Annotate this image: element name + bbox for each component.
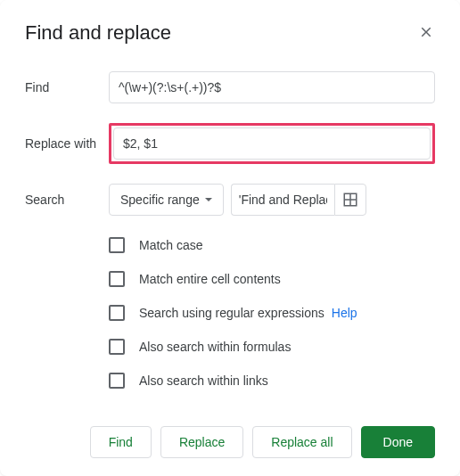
replace-all-button[interactable]: Replace all [252, 426, 351, 458]
replace-highlight [109, 123, 435, 164]
formulas-checkbox[interactable] [109, 339, 125, 355]
match-entire-label: Match entire cell contents [139, 272, 281, 286]
match-case-row: Match case [109, 237, 435, 253]
regex-label: Search using regular expressions [139, 306, 324, 320]
links-checkbox[interactable] [109, 373, 125, 389]
match-case-checkbox[interactable] [109, 237, 125, 253]
replace-input[interactable] [113, 127, 431, 160]
button-row: Find Replace Replace all Done [25, 415, 435, 458]
dropdown-value: Specific range [120, 193, 200, 207]
grid-icon [342, 192, 358, 208]
find-label: Find [25, 80, 109, 94]
find-row: Find [25, 71, 435, 103]
formulas-label: Also search within formulas [139, 340, 291, 354]
options-group: Match case Match entire cell contents Se… [109, 237, 435, 406]
dialog-title: Find and replace [25, 21, 435, 45]
close-icon [418, 24, 434, 40]
help-link[interactable]: Help [332, 306, 357, 320]
find-replace-dialog: Find and replace Find Replace with Searc… [0, 0, 460, 476]
search-row: Search Specific range [25, 184, 435, 216]
close-button[interactable] [412, 18, 440, 46]
chevron-down-icon [205, 198, 212, 201]
replace-label: Replace with [25, 136, 109, 151]
select-range-button[interactable] [334, 184, 366, 216]
regex-checkbox[interactable] [109, 305, 125, 321]
find-input[interactable] [109, 71, 435, 103]
range-input[interactable] [231, 184, 334, 216]
done-button[interactable]: Done [361, 426, 435, 458]
replace-row: Replace with [25, 123, 435, 164]
match-entire-checkbox[interactable] [109, 271, 125, 287]
regex-row: Search using regular expressions Help [109, 305, 435, 321]
search-label: Search [25, 193, 109, 207]
links-label: Also search within links [139, 373, 268, 388]
search-scope-dropdown[interactable]: Specific range [109, 184, 224, 216]
match-case-label: Match case [139, 238, 203, 252]
replace-button[interactable]: Replace [160, 426, 243, 458]
formulas-row: Also search within formulas [109, 339, 435, 355]
match-entire-row: Match entire cell contents [109, 271, 435, 287]
find-button[interactable]: Find [90, 426, 152, 458]
links-row: Also search within links [109, 373, 435, 389]
